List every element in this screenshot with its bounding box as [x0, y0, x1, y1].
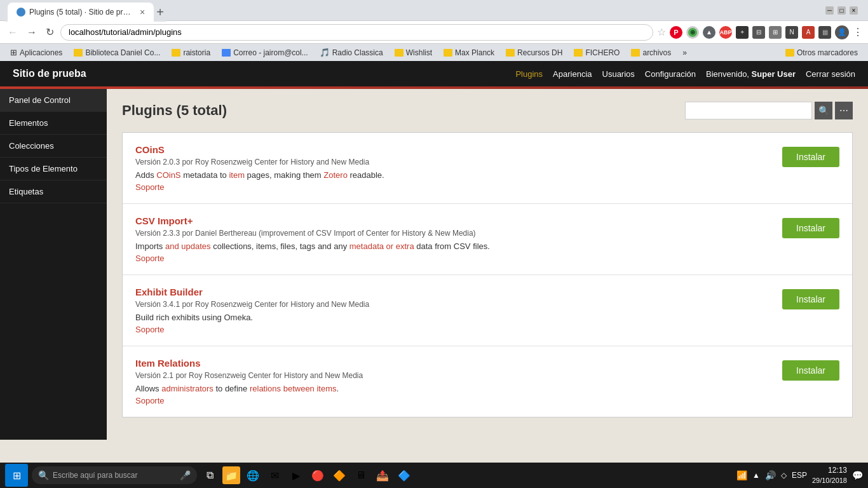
- csv-updates-link[interactable]: and updates: [165, 241, 211, 251]
- plugin-csv-version: Versión 2.3.3 por Daniel Berthereau (imp…: [135, 229, 770, 238]
- radio-icon: 🎵: [320, 48, 330, 57]
- nav-plugins[interactable]: Plugins: [515, 69, 543, 79]
- bookmark-recursos[interactable]: Recursos DH: [501, 47, 567, 58]
- plugin-coins-version: Versión 2.0.3 por Roy Rosenzweig Center …: [135, 158, 770, 166]
- relations-admins-link[interactable]: administrators: [161, 384, 214, 393]
- minimize-button[interactable]: ─: [825, 6, 834, 15]
- plugin-relations-support: Soporte: [135, 396, 770, 405]
- install-coins-button[interactable]: Instalar: [782, 147, 839, 167]
- address-input[interactable]: [60, 24, 653, 41]
- active-tab[interactable]: Plugins (5 total) · Sitio de prueba ×: [8, 3, 154, 22]
- browser2-button[interactable]: 🔴: [309, 466, 327, 484]
- search-input[interactable]: [685, 102, 812, 119]
- folder-icon: [74, 49, 83, 57]
- ext-icon5[interactable]: N: [785, 26, 798, 39]
- chrome-taskbar-button[interactable]: 🌐: [244, 466, 262, 484]
- bookmark-maxplanck[interactable]: Max Planck: [438, 47, 499, 58]
- app-button2[interactable]: 🖥: [352, 466, 370, 484]
- up-arrow-icon[interactable]: ▲: [752, 471, 760, 480]
- menu-icon[interactable]: ⋮: [853, 26, 863, 38]
- filezilla-button[interactable]: 📤: [374, 466, 391, 484]
- speaker-icon[interactable]: 🔊: [765, 470, 776, 480]
- mediaplayer-button[interactable]: ▶: [287, 466, 305, 484]
- back-button[interactable]: ←: [5, 25, 20, 39]
- ext-icon3[interactable]: ⊟: [752, 26, 765, 39]
- bookmark-wishlist[interactable]: Wishlist: [390, 47, 437, 58]
- ext-icon2[interactable]: ✦: [736, 26, 749, 39]
- exhibit-support-link[interactable]: Soporte: [135, 325, 165, 334]
- network-icon[interactable]: 📶: [736, 470, 747, 480]
- sidebar-item-panel-control[interactable]: Panel de Control: [0, 89, 107, 112]
- refresh-button[interactable]: ↻: [43, 25, 57, 39]
- relations-support-link[interactable]: Soporte: [135, 396, 165, 405]
- site-navigation: Plugins Apariencia Usuarios Configuració…: [515, 69, 855, 79]
- file-explorer-button[interactable]: 📁: [222, 466, 240, 484]
- plugin-coins-support: Soporte: [135, 182, 770, 192]
- bookmark-label: Correo - jairom@col...: [233, 48, 308, 57]
- app-button3[interactable]: 🔷: [395, 466, 413, 484]
- bookmark-apps[interactable]: ⊞ Aplicaciones: [5, 46, 67, 58]
- maximize-button[interactable]: □: [837, 6, 846, 15]
- csv-support-link[interactable]: Soporte: [135, 254, 165, 263]
- logout-link[interactable]: Cerrar sesión: [806, 69, 855, 79]
- install-exhibit-button[interactable]: Instalar: [782, 289, 839, 309]
- task-view-button[interactable]: ⧉: [201, 466, 219, 484]
- coins-support-link[interactable]: Soporte: [135, 182, 165, 192]
- ext-icon6[interactable]: A: [802, 26, 815, 39]
- bookmark-fichero[interactable]: FICHERO: [569, 47, 625, 58]
- bookmark-otros[interactable]: Otros marcadores: [780, 47, 863, 58]
- mail-button[interactable]: ✉: [266, 466, 283, 484]
- taskbar-search[interactable]: 🔍 Escribe aquí para buscar 🎤: [32, 466, 197, 484]
- star-icon[interactable]: ☆: [657, 26, 666, 38]
- bookmark-radio[interactable]: 🎵 Radio Classica: [315, 46, 388, 58]
- ext-icon4[interactable]: ⊞: [769, 26, 782, 39]
- install-relations-button[interactable]: Instalar: [782, 360, 839, 381]
- bookmark-correo[interactable]: Correo - jairom@col...: [217, 47, 313, 58]
- adblock-icon[interactable]: ABP: [719, 26, 732, 39]
- sidebar-item-elementos[interactable]: Elementos: [0, 112, 107, 135]
- sidebar-item-colecciones[interactable]: Colecciones: [0, 135, 107, 158]
- microphone-icon[interactable]: 🎤: [180, 470, 191, 480]
- app-button1[interactable]: 🔶: [330, 466, 348, 484]
- ext-icon7[interactable]: ▦: [818, 26, 831, 39]
- bookmark-raistoria[interactable]: raistoria: [166, 47, 215, 58]
- notification-icon[interactable]: 💬: [852, 470, 863, 480]
- nav-configuracion[interactable]: Configuración: [645, 69, 696, 79]
- relations-link[interactable]: relations between items: [250, 384, 337, 393]
- apps-icon: ⊞: [10, 48, 17, 57]
- avatar-icon[interactable]: 👤: [835, 25, 849, 39]
- dropbox-icon[interactable]: ◇: [781, 471, 787, 480]
- plugin-exhibit-info: Exhibit Builder Versión 3.4.1 por Roy Ro…: [135, 287, 770, 334]
- plugin-csv-desc: Imports and updates collections, items, …: [135, 241, 770, 251]
- chrome-icon[interactable]: ⊕: [686, 26, 699, 39]
- sidebar-item-etiquetas[interactable]: Etiquetas: [0, 180, 107, 203]
- install-csv-button[interactable]: Instalar: [782, 218, 839, 238]
- item-link[interactable]: item: [229, 170, 245, 180]
- search-button[interactable]: 🔍: [815, 102, 832, 119]
- bookmark-biblioteca[interactable]: Biblioteca Daniel Co...: [69, 47, 165, 58]
- coins-link[interactable]: COinS: [156, 170, 180, 180]
- folder-icon: [631, 49, 640, 57]
- folder-icon: [506, 49, 515, 57]
- search-options-button[interactable]: ⋯: [835, 102, 853, 119]
- close-button[interactable]: ×: [850, 6, 858, 15]
- bookmarks-bar: ⊞ Aplicaciones Biblioteca Daniel Co... r…: [0, 43, 868, 61]
- bookmark-label: FICHERO: [585, 48, 620, 57]
- bookmark-archivos[interactable]: archivos: [626, 47, 676, 58]
- forward-button[interactable]: →: [24, 25, 39, 39]
- csv-metadata-link[interactable]: metadata or extra: [349, 241, 414, 251]
- sidebar-item-tipos-elemento[interactable]: Tipos de Elemento: [0, 158, 107, 180]
- new-tab-button[interactable]: +: [156, 3, 164, 22]
- tab-bar: Plugins (5 total) · Sitio de prueba × +: [5, 0, 166, 22]
- pinterest-icon[interactable]: P: [670, 26, 682, 39]
- ext-icon1[interactable]: ▲: [703, 26, 715, 39]
- nav-apariencia[interactable]: Apariencia: [553, 69, 592, 79]
- clock[interactable]: 12:13 29/10/2018: [812, 465, 847, 485]
- plugin-item-relations: Item Relations Versión 2.1 por Roy Rosen…: [123, 346, 852, 417]
- tab-close-btn[interactable]: ×: [140, 7, 145, 17]
- lang-label[interactable]: ESP: [792, 471, 807, 480]
- zotero-link[interactable]: Zotero: [323, 170, 348, 180]
- bookmark-more[interactable]: »: [677, 47, 692, 58]
- start-button[interactable]: ⊞: [5, 464, 28, 487]
- nav-usuarios[interactable]: Usuarios: [602, 69, 635, 79]
